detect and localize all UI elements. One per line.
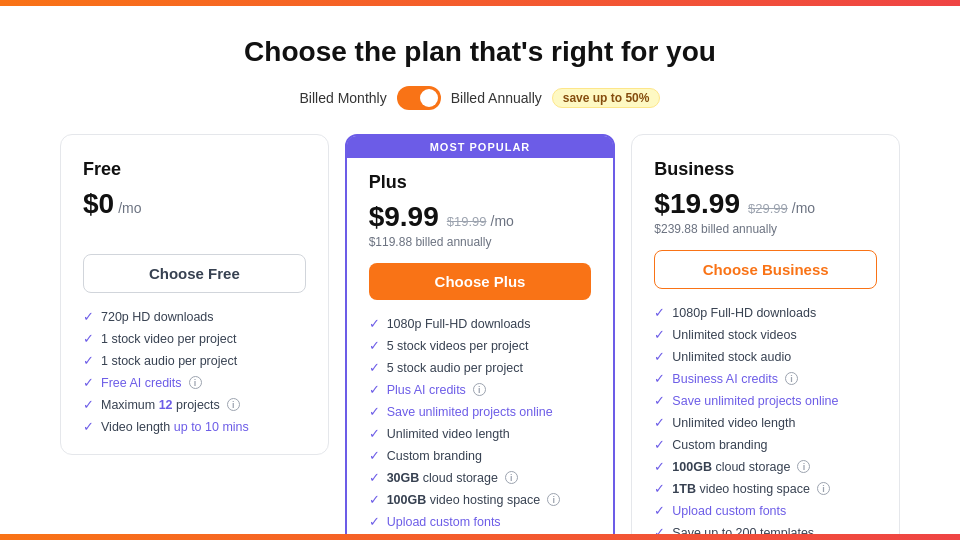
plus-price-old: $19.99 (447, 214, 487, 229)
feature-text: 720p HD downloads (101, 310, 214, 324)
check-icon: ✓ (654, 305, 665, 320)
list-item: ✓ 1TB video hosting space i (654, 481, 877, 496)
info-icon[interactable]: i (227, 398, 240, 411)
feature-text: 1TB video hosting space (672, 482, 810, 496)
check-icon: ✓ (83, 419, 94, 434)
list-item: ✓ 1080p Full-HD downloads (369, 316, 592, 331)
info-icon[interactable]: i (189, 376, 202, 389)
info-icon[interactable]: i (505, 471, 518, 484)
list-item: ✓ 1080p Full-HD downloads (654, 305, 877, 320)
check-icon: ✓ (83, 331, 94, 346)
list-item: ✓ Upload custom fonts (369, 514, 592, 529)
list-item: ✓ Unlimited stock audio (654, 349, 877, 364)
list-item: ✓ Maximum 12 projects i (83, 397, 306, 412)
list-item: ✓ 720p HD downloads (83, 309, 306, 324)
check-icon: ✓ (654, 437, 665, 452)
list-item: ✓ Unlimited video length (654, 415, 877, 430)
info-icon[interactable]: i (547, 493, 560, 506)
check-icon: ✓ (369, 338, 380, 353)
feature-text: Business AI credits (672, 372, 778, 386)
check-icon: ✓ (83, 309, 94, 324)
free-price-value: $0 (83, 188, 114, 220)
plus-plan-name: Plus (369, 172, 592, 193)
check-icon: ✓ (654, 371, 665, 386)
check-icon: ✓ (83, 353, 94, 368)
feature-text: Upload custom fonts (387, 515, 501, 529)
info-icon[interactable]: i (785, 372, 798, 385)
most-popular-badge: MOST POPULAR (347, 136, 614, 158)
list-item: ✓ Free AI credits i (83, 375, 306, 390)
list-item: ✓ 30GB cloud storage i (369, 470, 592, 485)
save-badge: save up to 50% (552, 88, 661, 108)
list-item: ✓ 100GB video hosting space i (369, 492, 592, 507)
feature-text: 30GB cloud storage (387, 471, 498, 485)
choose-business-button[interactable]: Choose Business (654, 250, 877, 289)
check-icon: ✓ (369, 448, 380, 463)
bottom-bar (0, 534, 960, 540)
free-plan-card: Free $0 /mo Choose Free ✓ 720p HD downlo… (60, 134, 329, 455)
check-icon: ✓ (654, 481, 665, 496)
feature-text: Maximum 12 projects (101, 398, 220, 412)
business-feature-list: ✓ 1080p Full-HD downloads ✓ Unlimited st… (654, 305, 877, 540)
feature-text: Save unlimited projects online (387, 405, 553, 419)
list-item: ✓ 1 stock video per project (83, 331, 306, 346)
business-annual-note: $239.88 billed annually (654, 222, 877, 236)
list-item: ✓ Custom branding (654, 437, 877, 452)
check-icon: ✓ (369, 382, 380, 397)
billed-annually-label: Billed Annually (451, 90, 542, 106)
free-price-per: /mo (118, 200, 141, 216)
free-plan-name: Free (83, 159, 306, 180)
plus-price-value: $9.99 (369, 201, 439, 233)
check-icon: ✓ (654, 415, 665, 430)
list-item: ✓ Business AI credits i (654, 371, 877, 386)
choose-plus-button[interactable]: Choose Plus (369, 263, 592, 300)
list-item: ✓ 5 stock videos per project (369, 338, 592, 353)
feature-text: Upload custom fonts (672, 504, 786, 518)
billed-monthly-label: Billed Monthly (300, 90, 387, 106)
check-icon: ✓ (654, 393, 665, 408)
check-icon: ✓ (83, 375, 94, 390)
feature-text: Unlimited video length (387, 427, 510, 441)
free-feature-list: ✓ 720p HD downloads ✓ 1 stock video per … (83, 309, 306, 434)
check-icon: ✓ (369, 492, 380, 507)
check-icon: ✓ (369, 470, 380, 485)
feature-text: Save unlimited projects online (672, 394, 838, 408)
list-item: ✓ 100GB cloud storage i (654, 459, 877, 474)
check-icon: ✓ (654, 459, 665, 474)
check-icon: ✓ (369, 360, 380, 375)
main-container: Choose the plan that's right for you Bil… (0, 6, 960, 540)
billing-toggle-switch[interactable] (397, 86, 441, 110)
list-item: ✓ 1 stock audio per project (83, 353, 306, 368)
feature-text: Unlimited stock audio (672, 350, 791, 364)
check-icon: ✓ (369, 316, 380, 331)
feature-text: 5 stock audio per project (387, 361, 523, 375)
feature-text: Plus AI credits (387, 383, 466, 397)
info-icon[interactable]: i (473, 383, 486, 396)
info-icon[interactable]: i (817, 482, 830, 495)
feature-text: Free AI credits (101, 376, 182, 390)
check-icon: ✓ (654, 503, 665, 518)
business-price-value: $19.99 (654, 188, 740, 220)
feature-text: 1 stock video per project (101, 332, 237, 346)
free-plan-price: $0 /mo (83, 188, 306, 220)
business-plan-card: Business $19.99 $29.99 /mo $239.88 bille… (631, 134, 900, 540)
check-icon: ✓ (369, 514, 380, 529)
choose-free-button[interactable]: Choose Free (83, 254, 306, 293)
plus-plan-card: MOST POPULAR Plus $9.99 $19.99 /mo $119.… (345, 134, 616, 540)
list-item: ✓ Unlimited stock videos (654, 327, 877, 342)
list-item: ✓ Save unlimited projects online (369, 404, 592, 419)
page-title: Choose the plan that's right for you (60, 36, 900, 68)
feature-text: 100GB video hosting space (387, 493, 541, 507)
feature-text: Unlimited video length (672, 416, 795, 430)
business-plan-name: Business (654, 159, 877, 180)
check-icon: ✓ (654, 327, 665, 342)
plus-plan-price: $9.99 $19.99 /mo (369, 201, 592, 233)
check-icon: ✓ (654, 349, 665, 364)
billing-toggle: Billed Monthly Billed Annually save up t… (60, 86, 900, 110)
business-price-old: $29.99 (748, 201, 788, 216)
business-price-per: /mo (792, 200, 815, 216)
feature-text: Video length up to 10 mins (101, 420, 249, 434)
feature-text: Custom branding (672, 438, 767, 452)
list-item: ✓ 5 stock audio per project (369, 360, 592, 375)
info-icon[interactable]: i (797, 460, 810, 473)
